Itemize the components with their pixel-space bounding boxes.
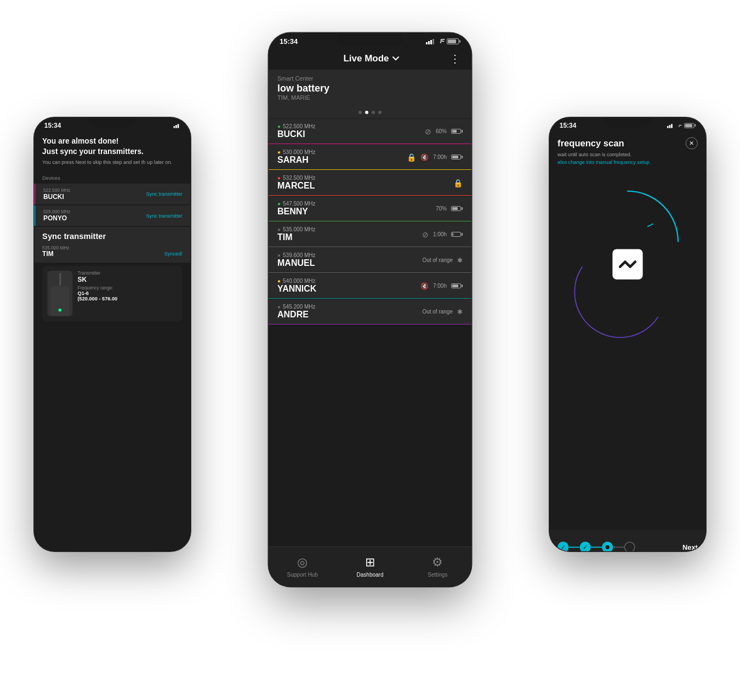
phone-right: 15:34 ✕ f bbox=[549, 117, 705, 551]
nav-item-support[interactable]: ◎ Support Hub bbox=[269, 555, 336, 578]
step-1: ✓ bbox=[557, 542, 568, 551]
lock-icon: 🔒 bbox=[407, 153, 416, 162]
dev-right: ⊘ 60% bbox=[425, 127, 463, 136]
svg-rect-1 bbox=[175, 125, 177, 128]
sync-button[interactable]: Sync transmitter bbox=[146, 213, 182, 218]
out-of-range-label: Out of range bbox=[422, 309, 453, 315]
transmitter-body bbox=[50, 287, 70, 316]
signal-icon-right bbox=[667, 123, 674, 128]
dev-name: MANUEL bbox=[277, 258, 316, 268]
time-left: 15:34 bbox=[44, 122, 61, 129]
nav-label-support: Support Hub bbox=[287, 572, 318, 578]
step-check-icon: ✓ bbox=[561, 544, 566, 551]
list-item[interactable]: ● 547.500 MHz BENNY 70% bbox=[269, 196, 471, 221]
phone-left: 15:34 You are almost done!Just sync your… bbox=[34, 117, 190, 551]
device-freq: 525.000 MHz bbox=[43, 209, 70, 214]
bluetooth-icon: ✱ bbox=[457, 257, 463, 264]
wifi-icon-center bbox=[437, 39, 445, 44]
time-label: 7:00h bbox=[433, 283, 447, 289]
lock-icon: 🔒 bbox=[453, 179, 463, 187]
battery-icon bbox=[451, 206, 463, 211]
svg-rect-5 bbox=[430, 40, 432, 44]
transmitter-card: Transmitter SK Frequency range: Q1-6 (52… bbox=[42, 266, 183, 321]
freq-scan-link[interactable]: also change into manual frequency setup. bbox=[557, 160, 651, 165]
list-item[interactable]: ● 540.000 MHz YANNICK 🔇 7:00h bbox=[269, 274, 471, 299]
device-name: BUCKI bbox=[43, 192, 70, 200]
dev-name: SARAH bbox=[277, 155, 316, 165]
next-button[interactable]: Next bbox=[682, 543, 698, 551]
dev-freq: ● 522.500 MHz bbox=[277, 123, 316, 129]
time-right: 15:34 bbox=[560, 122, 577, 129]
step-line-3 bbox=[613, 547, 624, 548]
left-title: You are almost done!Just sync your trans… bbox=[42, 136, 183, 156]
freq-range-values: (520.000 - 576.00 bbox=[78, 296, 178, 301]
device-name: PONYO bbox=[43, 214, 70, 222]
dev-right: Out of range ✱ bbox=[422, 308, 463, 316]
dot-3 bbox=[372, 111, 375, 114]
dot-1 bbox=[358, 111, 362, 114]
devices-label: Devices bbox=[34, 170, 190, 183]
left-header: You are almost done!Just sync your trans… bbox=[34, 131, 190, 170]
screen-left: You are almost done!Just sync your trans… bbox=[34, 131, 190, 550]
dev-freq: ● 545.200 MHz bbox=[277, 304, 316, 310]
nav-title: Live Mode bbox=[343, 53, 399, 64]
dev-name: MARCEL bbox=[277, 181, 316, 191]
dev-freq: ● 532.500 MHz bbox=[277, 175, 316, 181]
status-icons-left bbox=[173, 123, 180, 128]
sync-section: Sync transmitter 535.000 MHz TIM Synced! bbox=[34, 227, 190, 263]
mute-icon: ⊘ bbox=[425, 127, 431, 136]
battery-icon bbox=[451, 232, 463, 237]
step-line-1 bbox=[568, 547, 579, 548]
close-button[interactable]: ✕ bbox=[686, 137, 698, 149]
dots-row bbox=[269, 106, 471, 118]
dev-freq: ● 530.000 MHz bbox=[277, 149, 316, 155]
nav-item-settings[interactable]: ⚙ Settings bbox=[404, 555, 471, 578]
dev-name: BUCKI bbox=[277, 129, 316, 139]
dot-4 bbox=[378, 111, 382, 114]
wifi-icon-right bbox=[676, 123, 682, 128]
dev-left: ● 539.600 MHz MANUEL bbox=[277, 252, 316, 268]
list-item[interactable]: ● 530.000 MHz SARAH 🔒 🔇 7:00h bbox=[269, 145, 471, 170]
notch-center bbox=[337, 33, 403, 46]
step-4 bbox=[624, 542, 635, 551]
step-line-2 bbox=[591, 547, 602, 548]
dev-freq: ● 539.600 MHz bbox=[277, 252, 316, 258]
scene: 15:34 You are almost done!Just sync your… bbox=[0, 0, 740, 700]
list-item[interactable]: ● 522.500 MHz BUCKI ⊘ 60% bbox=[269, 119, 471, 144]
list-item: 525.000 MHz PONYO Sync transmitter bbox=[34, 205, 190, 226]
dev-name: YANNICK bbox=[277, 284, 316, 294]
sennheiser-logo bbox=[612, 249, 642, 280]
phone-center: 15:34 bbox=[269, 33, 471, 587]
dev-left: ● 547.500 MHz BENNY bbox=[277, 201, 316, 217]
svg-rect-2 bbox=[178, 124, 179, 128]
smart-center-section: Smart Center low battery TIM, MARIE bbox=[269, 70, 471, 106]
signal-icon-center bbox=[426, 39, 435, 44]
led-indicator bbox=[59, 309, 62, 312]
dropdown-icon[interactable] bbox=[392, 56, 399, 61]
dev-left: ● 532.500 MHz MARCEL bbox=[277, 175, 316, 191]
svg-rect-0 bbox=[173, 126, 175, 128]
screen-center: Live Mode ⋮ Smart Center low battery TIM… bbox=[269, 48, 471, 586]
list-item[interactable]: ● 545.200 MHz ANDRE Out of range ✱ bbox=[269, 299, 471, 325]
left-content: You are almost done!Just sync your trans… bbox=[34, 131, 190, 550]
left-subtitle: You can press Next to skip this step and… bbox=[42, 159, 183, 166]
list-item[interactable]: ● 539.600 MHz MANUEL Out of range ✱ bbox=[269, 248, 471, 273]
list-item[interactable]: ● 535.000 MHz TIM ⊘ 1:00h bbox=[269, 222, 471, 247]
dev-left: ● 535.000 MHz TIM bbox=[277, 226, 316, 242]
svg-rect-4 bbox=[428, 41, 430, 44]
list-item[interactable]: ● 532.500 MHz MARCEL 🔒 bbox=[269, 170, 471, 196]
nav-label-dashboard: Dashboard bbox=[357, 572, 384, 578]
more-options-icon[interactable]: ⋮ bbox=[449, 52, 460, 65]
status-icons-center bbox=[426, 38, 460, 44]
dev-name: ANDRE bbox=[277, 310, 316, 320]
settings-icon: ⚙ bbox=[432, 555, 443, 570]
svg-rect-3 bbox=[426, 42, 428, 44]
nav-item-dashboard[interactable]: ⊞ Dashboard bbox=[336, 555, 403, 578]
sync-button[interactable]: Sync transmitter bbox=[146, 191, 182, 197]
device-freq: 522.500 MHz bbox=[43, 187, 70, 192]
battery-icon bbox=[451, 283, 463, 288]
svg-rect-9 bbox=[671, 124, 673, 128]
mute-icon: ⊘ bbox=[422, 230, 429, 239]
signal-icon-left bbox=[173, 123, 180, 128]
transmitter-label: Transmitter bbox=[78, 271, 178, 276]
